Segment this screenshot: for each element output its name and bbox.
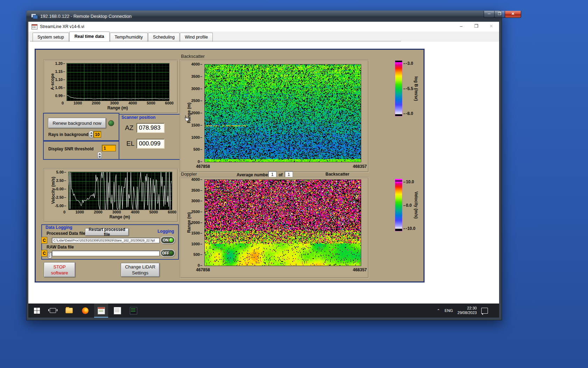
windows-logo-icon bbox=[34, 308, 40, 314]
raw-file-label: RAW Data file bbox=[47, 245, 74, 250]
rdp-minimize-button[interactable]: ─ bbox=[484, 11, 495, 18]
stop-line2: software bbox=[51, 270, 68, 276]
action-center-icon[interactable] bbox=[481, 308, 488, 314]
stop-software-button[interactable]: STOP software bbox=[44, 262, 75, 277]
mouse-cursor bbox=[183, 115, 190, 123]
clock-time: 22:30 bbox=[467, 306, 477, 310]
system-tray: ⌃ ENG 22:30 29/08/2023 bbox=[437, 304, 488, 318]
change-lidar-settings-button[interactable]: Change LiDAR Settings bbox=[121, 263, 160, 277]
velocity-x-axis: 0100020003000400050006000 bbox=[63, 210, 176, 214]
velocity-plot bbox=[68, 172, 172, 210]
processed-logging-led bbox=[169, 238, 174, 243]
tab-system-setup[interactable]: System setup bbox=[33, 33, 69, 42]
console-app-icon bbox=[130, 307, 137, 314]
raw-toggle-label: OFF bbox=[162, 251, 169, 255]
app-close-button[interactable]: ✕ bbox=[484, 22, 499, 32]
task-view-button[interactable] bbox=[46, 304, 60, 318]
streamline-app-icon bbox=[98, 307, 105, 314]
app-title-bar[interactable]: StreamLine XR v14-6.vi bbox=[28, 22, 499, 32]
rdp-close-button[interactable]: ✕ bbox=[505, 11, 521, 18]
backscatter-y-axis-label: Range (m) bbox=[187, 99, 191, 127]
taskbar bbox=[28, 304, 499, 318]
tab-wind-profile[interactable]: Wind profile bbox=[180, 33, 213, 42]
app-window-title: StreamLine XR v14-6.vi bbox=[40, 24, 84, 29]
change-line2: Settings bbox=[132, 270, 148, 276]
tab-scheduling[interactable]: Scheduling bbox=[148, 33, 180, 42]
clock[interactable]: 22:30 29/08/2023 bbox=[457, 306, 477, 315]
processed-path-field[interactable]: C:\Lidar\Data\Proc\2023\202308\20230829\… bbox=[52, 238, 160, 243]
doppler-colorbar bbox=[395, 179, 402, 231]
az-display: 078.983 bbox=[136, 123, 164, 133]
doppler-heatmap bbox=[204, 179, 361, 266]
backscatter-colorbar-ticks: -3.0-5.5-8.0 bbox=[403, 61, 413, 116]
average-number-label: Average number bbox=[237, 172, 270, 177]
firefox-button[interactable] bbox=[78, 304, 92, 318]
start-button[interactable] bbox=[30, 304, 44, 318]
rays-in-background-value[interactable]: 10 bbox=[93, 131, 101, 138]
doppler-x-end: 468357 bbox=[350, 267, 367, 272]
processed-drive-badge[interactable]: C bbox=[41, 237, 47, 244]
processed-logging-toggle[interactable]: ON bbox=[160, 236, 175, 244]
app-restore-button[interactable]: ❐ bbox=[469, 22, 484, 32]
ascope-x-axis: 0100020003000400050006000 bbox=[62, 101, 174, 105]
language-indicator[interactable]: ENG bbox=[444, 308, 453, 313]
doppler-y-axis-label: Range (m) bbox=[187, 209, 191, 237]
scan-schedule-button[interactable] bbox=[110, 304, 124, 318]
snr-threshold-stepper[interactable] bbox=[97, 152, 102, 159]
rdp-title-bar[interactable]: 192.168.0.122 - Remote Desktop Connectio… bbox=[26, 11, 501, 22]
az-label: AZ bbox=[125, 124, 133, 132]
backscatter-x-start: 467858 bbox=[196, 164, 210, 169]
snr-threshold-value[interactable]: 1 bbox=[102, 145, 116, 151]
backscatter-colorbar-label: log B (/m/sr) bbox=[414, 69, 419, 108]
tab-strip: System setup Real time data Temp/humidit… bbox=[28, 32, 499, 42]
labview-vi-icon bbox=[31, 24, 37, 29]
renew-background-button[interactable]: Renew background now bbox=[48, 118, 106, 128]
firefox-icon bbox=[82, 307, 89, 314]
doppler-colorbar-label: Velocity (m/s) bbox=[414, 184, 419, 226]
processed-file-label: Processed Data file bbox=[47, 231, 85, 236]
rays-in-background-stepper[interactable] bbox=[89, 131, 93, 138]
task-view-icon bbox=[50, 308, 56, 313]
el-display: 000.099 bbox=[136, 139, 164, 149]
tray-expand-chevron[interactable]: ⌃ bbox=[437, 308, 440, 313]
rdp-window-title: 192.168.0.122 - Remote Desktop Connectio… bbox=[40, 14, 132, 19]
of-label: of bbox=[279, 172, 282, 177]
doppler-x-start: 467858 bbox=[196, 267, 210, 272]
doppler-title: Doppler bbox=[181, 171, 197, 177]
scan-schedule-icon bbox=[114, 307, 121, 314]
el-label: EL bbox=[126, 140, 134, 148]
ascope-y-axis-label: A-scope bbox=[50, 63, 55, 100]
raw-path-field[interactable] bbox=[52, 251, 160, 256]
backscatter-heatmap bbox=[204, 64, 361, 162]
clock-date: 29/08/2023 bbox=[457, 311, 477, 315]
ascope-x-axis-caption: Range (m) bbox=[100, 105, 135, 110]
backscatter-toggle-label: Backscatter bbox=[326, 172, 349, 177]
app-minimize-button[interactable]: – bbox=[454, 22, 469, 32]
velocity-x-axis-caption: Range (m) bbox=[102, 214, 137, 219]
raw-drive-badge[interactable]: C bbox=[41, 250, 47, 257]
backscatter-x-end: 468357 bbox=[350, 164, 367, 169]
file-explorer-button[interactable] bbox=[62, 304, 76, 318]
rdp-restore-button[interactable]: ❐ bbox=[494, 11, 505, 18]
console-app-button[interactable] bbox=[126, 304, 140, 318]
renew-background-led bbox=[108, 120, 114, 126]
streamline-app-button[interactable] bbox=[94, 304, 108, 318]
folder-icon bbox=[65, 308, 73, 313]
backscatter-colorbar bbox=[395, 60, 402, 116]
restart-processed-file-button[interactable]: Restart processed file bbox=[85, 228, 129, 236]
rdp-icon bbox=[31, 14, 37, 19]
change-line1: Change LiDAR bbox=[125, 264, 155, 270]
data-logging-title: Data Logging bbox=[46, 225, 72, 230]
processed-path-browse-icon[interactable] bbox=[48, 252, 52, 258]
raw-logging-led bbox=[169, 251, 174, 255]
stop-line1: STOP bbox=[53, 264, 65, 270]
tab-temp-humidity[interactable]: Temp/humidity bbox=[110, 33, 148, 42]
raw-logging-toggle[interactable]: OFF bbox=[160, 249, 175, 257]
rays-in-background-label: Rays in background bbox=[48, 132, 89, 137]
processed-toggle-label: ON bbox=[163, 238, 169, 242]
logging-label: Logging bbox=[158, 229, 174, 234]
ascope-plot bbox=[66, 63, 169, 101]
backscatter-title: Backscatter bbox=[181, 54, 205, 59]
tab-real-time-data[interactable]: Real time data bbox=[69, 32, 110, 42]
velocity-y-axis-label: Velocity (m/s) bbox=[51, 169, 56, 211]
